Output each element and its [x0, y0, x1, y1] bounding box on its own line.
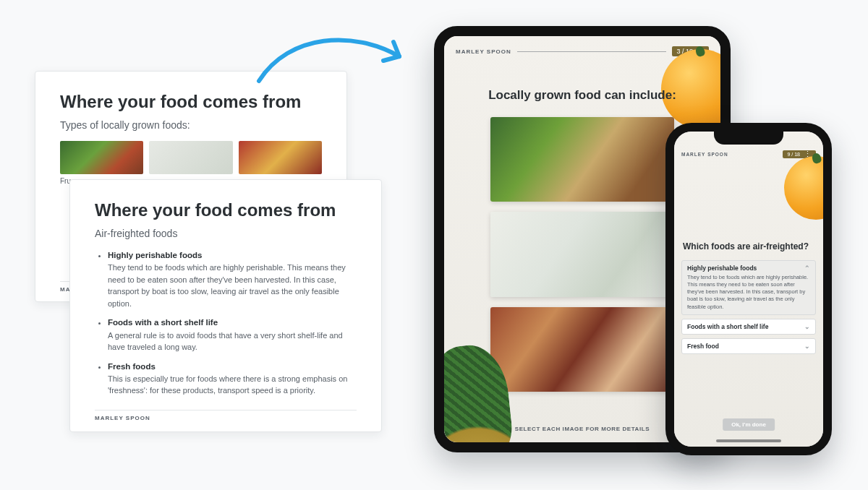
tile-list [490, 117, 674, 392]
accordion-item-fresh[interactable]: Fresh food ⌄ [681, 338, 816, 354]
card-front-subtitle: Air-freighted foods [95, 228, 357, 239]
canvas: Where your food comes from Types of loca… [0, 0, 868, 490]
bullet-1-body: They tend to be foods which are highly p… [108, 263, 346, 308]
topbar-divider [517, 51, 667, 52]
tile-charcuterie[interactable] [490, 307, 674, 392]
bullet-1: Highly perishable foods They tend to be … [108, 249, 357, 309]
chevron-down-icon: ⌄ [804, 343, 810, 350]
thumb-row [60, 141, 322, 174]
progress-text: 9 / 18 [787, 152, 800, 157]
brand-label: MARLEY SPOON [456, 48, 511, 55]
thumb-produce [60, 141, 143, 174]
bullet-1-head: Highly perishable foods [108, 251, 202, 259]
accordion-body: They tend to be foods which are highly p… [687, 274, 810, 311]
phone-heading: Which foods are air-freighted? [683, 241, 814, 252]
tablet-topbar: MARLEY SPOON 3 / 18 ⋮ [456, 43, 709, 59]
accordion-head: Highly perishable foods [687, 265, 757, 272]
thumb-meat [239, 141, 322, 174]
card-back-title: Where your food comes from [60, 92, 322, 112]
accordion-head: Foods with a short shelf life [687, 323, 768, 330]
doc-card-front: Where your food comes from Air-freighted… [69, 179, 382, 432]
bullet-list: Highly perishable foods They tend to be … [95, 249, 357, 397]
bullet-2: Foods with a short shelf life A general … [108, 317, 357, 353]
phone-topbar: MARLEY SPOON 9 / 18 ⋮ [681, 147, 816, 160]
bullet-3-head: Fresh foods [108, 362, 156, 371]
phone-notch [714, 132, 783, 145]
accordion-item-shelf-life[interactable]: Foods with a short shelf life ⌄ [681, 319, 816, 335]
card-back-subtitle: Types of locally grown foods: [60, 119, 322, 131]
tablet-heading: Locally grown food can include: [444, 88, 720, 103]
phone-screen: MARLEY SPOON 9 / 18 ⋮ Which foods are ai… [674, 132, 823, 447]
home-indicator [716, 439, 781, 442]
done-button[interactable]: Ok, I'm done [723, 418, 775, 431]
accordion: Highly perishable foods ⌃ They tend to b… [681, 260, 816, 354]
bullet-3: Fresh foods This is especially true for … [108, 361, 357, 397]
bullet-2-head: Foods with a short shelf life [108, 318, 218, 327]
accordion-head: Fresh food [687, 343, 719, 350]
orange-decoration [784, 156, 832, 220]
brand-label: MARLEY SPOON [681, 152, 728, 157]
bullet-3-body: This is especially true for foods where … [108, 374, 347, 395]
bullet-2-body: A general rule is to avoid foods that ha… [108, 331, 343, 352]
brand-footer: MARLEY SPOON [95, 410, 357, 421]
chevron-up-icon: ⌃ [804, 265, 810, 272]
card-front-title: Where your food comes from [95, 200, 357, 220]
tile-produce[interactable] [490, 117, 674, 202]
phone-device: MARLEY SPOON 9 / 18 ⋮ Which foods are ai… [665, 123, 832, 455]
thumb-dairy [149, 141, 232, 174]
chevron-down-icon: ⌄ [804, 323, 810, 330]
accordion-item-perishable[interactable]: Highly perishable foods ⌃ They tend to b… [681, 260, 816, 315]
tile-dairy[interactable] [490, 212, 674, 296]
